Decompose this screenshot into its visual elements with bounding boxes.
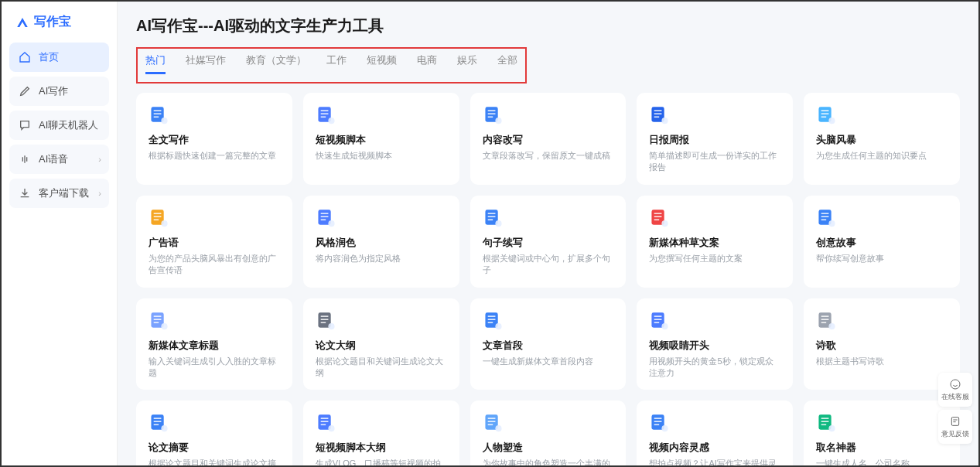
svg-point-29 — [161, 220, 167, 227]
tool-card[interactable]: 头脑风暴为您生成任何主题的知识要点 — [804, 93, 960, 185]
online-service-button[interactable]: 在线客服 — [938, 373, 972, 407]
card-title: 风格润色 — [316, 236, 447, 250]
tool-card[interactable]: 日报周报简单描述即可生成一份详实的工作报告 — [637, 93, 793, 185]
card-desc: 为你故事中的角色塑造一个丰满的人物形象 — [483, 458, 614, 465]
sidebar-item-ai-voice[interactable]: AI语音 › — [9, 145, 109, 174]
svg-rect-31 — [320, 213, 328, 214]
svg-point-89 — [495, 425, 501, 431]
card-title: 视频内容灵感 — [649, 441, 780, 455]
tool-card[interactable]: 内容改写文章段落改写，保留原文一键成稿 — [470, 93, 627, 185]
tab-hot[interactable]: 热门 — [145, 53, 166, 74]
svg-rect-48 — [821, 219, 827, 220]
brand-text: 写作宝 — [34, 14, 71, 30]
tab-social[interactable]: 社媒写作 — [186, 53, 226, 74]
card-desc: 快速生成短视频脚本 — [316, 150, 447, 162]
sidebar-item-ai-writing[interactable]: AI写作 — [9, 77, 109, 106]
card-icon — [649, 309, 672, 331]
tab-education[interactable]: 教育（文学） — [246, 53, 306, 74]
card-icon — [483, 206, 506, 228]
card-title: 取名神器 — [816, 441, 948, 455]
tab-all[interactable]: 全部 — [497, 53, 517, 74]
tab-short-video[interactable]: 短视频 — [367, 53, 397, 74]
svg-point-34 — [328, 220, 334, 227]
card-icon — [483, 309, 506, 331]
svg-rect-101 — [951, 417, 958, 425]
svg-rect-53 — [154, 322, 159, 323]
tool-card[interactable]: 全文写作根据标题快速创建一篇完整的文章 — [136, 93, 292, 185]
svg-rect-68 — [654, 322, 660, 323]
tool-card[interactable]: 广告语为您的产品头脑风暴出有创意的广告宣传语 — [136, 196, 292, 288]
category-tabs: 热门 社媒写作 教育（文学） 工作 短视频 电商 娱乐 全部 — [145, 53, 517, 74]
svg-point-94 — [662, 425, 668, 431]
tool-card[interactable]: 文章首段一键生成新媒体文章首段内容 — [470, 298, 627, 390]
card-desc: 根据论文题目和关键词生成论文大纲 — [316, 356, 447, 380]
sidebar-item-download[interactable]: 客户端下载 › — [9, 179, 109, 208]
svg-rect-72 — [821, 319, 829, 320]
tool-card[interactable]: 句子续写根据关键词或中心句，扩展多个句子 — [470, 196, 627, 288]
tool-card[interactable]: 风格润色将内容润色为指定风格 — [303, 196, 459, 288]
svg-rect-1 — [154, 110, 162, 111]
card-desc: 根据关键词或中心句，扩展多个句子 — [483, 253, 614, 277]
card-desc: 文章段落改写，保留原文一键成稿 — [483, 150, 614, 162]
tool-card[interactable]: 论文大纲根据论文题目和关键词生成论文大纲 — [303, 298, 459, 390]
tool-card[interactable]: 取名神器一键生成人名、公司名称 — [804, 401, 960, 465]
card-icon — [149, 206, 172, 228]
tool-card[interactable]: 诗歌根据主题书写诗歌 — [804, 298, 960, 390]
tool-card[interactable]: 新媒体文章标题输入关键词生成引人入胜的文章标题 — [136, 298, 292, 390]
card-title: 论文摘要 — [149, 441, 280, 455]
card-desc: 输入关键词生成引人入胜的文章标题 — [149, 356, 280, 380]
svg-rect-52 — [154, 319, 162, 320]
float-tools: 在线客服 意见反馈 — [938, 373, 972, 444]
svg-rect-13 — [487, 116, 493, 118]
tab-ecommerce[interactable]: 电商 — [417, 53, 437, 74]
svg-rect-91 — [654, 418, 662, 420]
tool-grid: 全文写作根据标题快速创建一篇完整的文章短视频脚本快速生成短视频脚本内容改写文章段… — [136, 93, 960, 465]
tool-card[interactable]: 短视频脚本大纲生成VLOG、口播稿等短视频的拍摄大纲 — [303, 401, 459, 465]
svg-rect-56 — [320, 315, 328, 317]
card-desc: 简单描述即可生成一份详实的工作报告 — [649, 150, 780, 174]
svg-point-19 — [662, 118, 668, 124]
tab-work[interactable]: 工作 — [326, 53, 347, 74]
card-title: 头脑风暴 — [816, 133, 948, 147]
card-icon — [816, 104, 839, 125]
svg-rect-27 — [154, 216, 162, 217]
svg-rect-32 — [320, 216, 328, 217]
tool-card[interactable]: 论文摘要根据论文题目和关键词生成论文摘要 — [136, 401, 292, 465]
tab-entertainment[interactable]: 娱乐 — [457, 53, 477, 74]
tool-card[interactable]: 人物塑造为你故事中的角色塑造一个丰满的人物形象 — [470, 401, 627, 465]
card-title: 新媒体种草文案 — [649, 236, 780, 250]
card-icon — [316, 411, 339, 433]
tool-card[interactable]: 创意故事帮你续写创意故事 — [804, 196, 960, 288]
tool-card[interactable]: 短视频脚本快速生成短视频脚本 — [303, 93, 459, 185]
sidebar-item-ai-chat[interactable]: AI聊天机器人 — [9, 111, 109, 140]
card-desc: 根据标题快速创建一篇完整的文章 — [149, 150, 280, 162]
svg-rect-23 — [821, 116, 827, 118]
svg-rect-86 — [487, 418, 495, 420]
svg-rect-96 — [821, 418, 829, 420]
feedback-button[interactable]: 意见反馈 — [938, 410, 972, 444]
svg-rect-67 — [654, 319, 662, 320]
svg-rect-26 — [154, 213, 162, 214]
sidebar-item-home[interactable]: 首页 — [9, 43, 109, 72]
logo[interactable]: 写作宝 — [9, 11, 109, 43]
card-icon — [649, 104, 672, 125]
card-title: 文章首段 — [483, 339, 614, 353]
svg-rect-11 — [487, 110, 495, 111]
svg-rect-66 — [654, 315, 662, 317]
card-icon — [316, 206, 339, 228]
home-icon — [19, 51, 31, 63]
svg-point-69 — [662, 323, 668, 329]
float-label: 在线客服 — [941, 392, 969, 402]
tool-card[interactable]: 视频吸睛开头用视频开头的黄金5秒，锁定观众注意力 — [637, 298, 793, 390]
sidebar: 写作宝 首页 AI写作 AI聊天机器人 AI语音 › — [2, 2, 118, 465]
card-title: 全文写作 — [149, 133, 280, 147]
card-icon — [316, 104, 339, 125]
tool-card[interactable]: 视频内容灵感想拍点视频？让AI写作宝来提供灵感 — [637, 401, 793, 465]
pen-icon — [19, 85, 31, 97]
svg-rect-87 — [487, 421, 495, 423]
card-title: 日报周报 — [649, 133, 780, 147]
tool-card[interactable]: 新媒体种草文案为您撰写任何主题的文案 — [637, 196, 793, 288]
card-desc: 一键生成新媒体文章首段内容 — [483, 356, 614, 367]
svg-rect-88 — [487, 424, 493, 426]
svg-rect-12 — [487, 113, 495, 114]
